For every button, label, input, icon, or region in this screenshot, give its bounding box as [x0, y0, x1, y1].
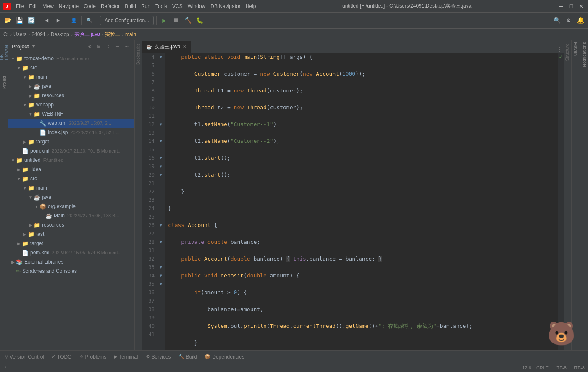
- menu-tools[interactable]: Tools: [155, 3, 167, 9]
- bottom-tab-dependencies[interactable]: 📦 Dependencies: [201, 351, 248, 363]
- fold-icon[interactable]: ▼: [157, 238, 165, 246]
- back-button[interactable]: ◀: [42, 16, 52, 26]
- code-content[interactable]: public static void main(String[] args) {…: [165, 53, 558, 350]
- breadcrumb-desktop[interactable]: Desktop: [51, 32, 69, 37]
- project-dropdown-arrow[interactable]: ▼: [32, 44, 35, 49]
- settings-button[interactable]: ⚙: [564, 16, 574, 26]
- menu-file[interactable]: File: [16, 3, 24, 9]
- commit-button[interactable]: 👤: [69, 16, 79, 26]
- run-button[interactable]: ▶: [159, 16, 169, 26]
- breadcrumb-method[interactable]: main: [125, 32, 136, 37]
- line-ending[interactable]: CRLF: [536, 365, 549, 370]
- menu-help[interactable]: Help: [246, 3, 256, 9]
- search-toolbar-button[interactable]: 🔍: [552, 16, 562, 26]
- fold-icon[interactable]: ▼: [157, 53, 165, 61]
- tab-close-button[interactable]: ✕: [183, 44, 186, 50]
- sync-button[interactable]: 🔄: [26, 16, 36, 26]
- tree-item-webapp[interactable]: ▼ 📁 webapp: [8, 100, 134, 109]
- fold-icon[interactable]: ▼: [157, 162, 165, 171]
- tree-item-resources2[interactable]: ▶ 📁 resources: [8, 220, 134, 230]
- fold-icon[interactable]: ▼: [157, 280, 165, 288]
- maven-label[interactable]: Maven: [573, 42, 578, 56]
- tree-item-ext-libs[interactable]: ▶ 📚 External Libraries: [8, 257, 134, 266]
- structure-label[interactable]: Structure: [565, 44, 570, 61]
- cursor-position[interactable]: 12:6: [522, 365, 531, 370]
- tree-item-main2[interactable]: ▼ 📁 main: [8, 183, 134, 193]
- save-button[interactable]: 💾: [14, 16, 24, 26]
- tree-item-target1[interactable]: ▶ 📁 target: [8, 137, 134, 146]
- tree-item-resources1[interactable]: ▶ 📁 resources: [8, 91, 134, 100]
- menu-vcs[interactable]: VCS: [172, 3, 183, 9]
- close-panel-icon[interactable]: —: [114, 43, 121, 50]
- menu-window[interactable]: Window: [188, 3, 206, 9]
- tree-item-test[interactable]: ▶ 📁 test: [8, 230, 134, 239]
- menu-edit[interactable]: Edit: [29, 3, 38, 9]
- fold-icon[interactable]: ▼: [157, 120, 165, 129]
- tree-item-src1[interactable]: ▼ 📁 src: [8, 63, 134, 72]
- fold-icon[interactable]: ▼: [157, 221, 165, 230]
- tree-item-main-java[interactable]: ☕ Main 2022/9/27 15:05, 138 B...: [8, 211, 134, 220]
- fold-icon[interactable]: ▼: [157, 272, 165, 280]
- tree-item-webinf[interactable]: ▼ 📁 WEB-INF: [8, 109, 134, 119]
- breadcrumb-c[interactable]: C:: [3, 32, 8, 37]
- bottom-tab-terminal[interactable]: ▶ Terminal: [110, 351, 141, 363]
- stop-button[interactable]: ⏹: [171, 16, 181, 26]
- menu-refactor[interactable]: Refactor: [101, 3, 120, 9]
- bottom-tab-todo[interactable]: ✓ TODO: [48, 351, 75, 363]
- editor-tab-main[interactable]: ☕ 实验三.java ✕: [142, 41, 191, 53]
- bottom-tab-vcs[interactable]: ⑂ Version Control: [2, 351, 47, 363]
- close-button[interactable]: ✕: [578, 3, 585, 10]
- open-recent-button[interactable]: 📂: [3, 16, 13, 26]
- tree-item-idea[interactable]: ▶ 📁 .idea: [8, 165, 134, 174]
- tree-item-pom1[interactable]: 📄 pom.xml 2022/9/27 21:20, 701 B Moment.…: [8, 146, 134, 156]
- breadcrumb-24091[interactable]: 24091: [32, 32, 45, 37]
- bottom-tab-problems[interactable]: ⚠ Problems: [76, 351, 110, 363]
- collapse-all-icon[interactable]: ⊟: [95, 43, 103, 50]
- bottom-tab-services[interactable]: ⚙ Services: [142, 351, 174, 363]
- ide-update-button[interactable]: 🔔: [575, 16, 585, 26]
- tree-item-tomcat-demo[interactable]: ▼ 📁 tomcat-demo F:\tomcat-demo: [8, 54, 134, 63]
- fold-icon[interactable]: ▼: [157, 154, 165, 162]
- tree-item-pom2[interactable]: 📄 pom.xml 2022/9/27 15:05, 574 B Moment.…: [8, 248, 134, 257]
- db-browser-icon[interactable]: DBBrowser: [0, 42, 8, 63]
- menu-code[interactable]: Code: [84, 3, 96, 9]
- encoding[interactable]: UTF-8: [554, 365, 567, 370]
- tree-item-webxml[interactable]: 🔧 web.xml 2022/9/27 15:07, 2...: [8, 119, 134, 128]
- tree-item-indexjsp[interactable]: 📄 index.jsp 2022/9/27 15:07, 52 B...: [8, 128, 134, 137]
- git-icon[interactable]: ⑂: [3, 365, 6, 370]
- debug-button[interactable]: 🐛: [194, 16, 205, 26]
- bottom-tab-build[interactable]: 🔨 Build: [175, 351, 201, 363]
- notifications-label[interactable]: Notifications: [582, 42, 587, 67]
- tree-item-java1[interactable]: ▶ ☕ java: [8, 82, 134, 91]
- tree-item-main1[interactable]: ▼ 📁 main: [8, 72, 134, 82]
- settings-panel-icon[interactable]: ⋯: [123, 43, 131, 50]
- menu-db-navigator[interactable]: DB Navigator: [210, 3, 240, 9]
- search-everywhere-button[interactable]: 🔍: [84, 16, 94, 26]
- menu-navigate[interactable]: Navigate: [59, 3, 79, 9]
- menu-build[interactable]: Build: [125, 3, 136, 9]
- locate-file-icon[interactable]: ⊙: [86, 43, 94, 50]
- maximize-button[interactable]: □: [568, 3, 575, 10]
- fold-icon[interactable]: ▼: [157, 137, 165, 145]
- add-configuration-button[interactable]: Add Configuration...: [100, 16, 154, 25]
- fold-icon[interactable]: ▼: [157, 171, 165, 179]
- build-button[interactable]: 🔨: [183, 16, 193, 26]
- tree-item-java2[interactable]: ▼ ☕ java: [8, 193, 134, 202]
- fold-icon[interactable]: ▼: [157, 263, 165, 272]
- tree-item-target2[interactable]: ▶ 📁 target: [8, 239, 134, 248]
- tree-item-org-example[interactable]: ▼ 📦 org.example: [8, 202, 134, 211]
- tree-item-scratches[interactable]: ✏ Scratches and Consoles: [8, 266, 134, 276]
- project-tool-icon[interactable]: Project: [0, 71, 8, 92]
- tree-item-src2[interactable]: ▼ 📁 src: [8, 174, 134, 183]
- minimize-button[interactable]: —: [558, 3, 564, 10]
- sort-icon[interactable]: ↕: [105, 43, 112, 50]
- breadcrumb-file[interactable]: 实验三.java: [74, 31, 100, 38]
- tree-item-untitled[interactable]: ▼ 📁 untitled F:\untitled: [8, 156, 134, 165]
- breadcrumb-class[interactable]: 实验三: [105, 31, 120, 38]
- menu-run[interactable]: Run: [141, 3, 150, 9]
- forward-button[interactable]: ▶: [53, 16, 63, 26]
- tab-options-icon[interactable]: ⋮: [557, 46, 562, 53]
- bookmarks-label[interactable]: Bookmarks: [136, 44, 141, 65]
- menu-view[interactable]: View: [43, 3, 54, 9]
- breadcrumb-users[interactable]: Users: [13, 32, 26, 37]
